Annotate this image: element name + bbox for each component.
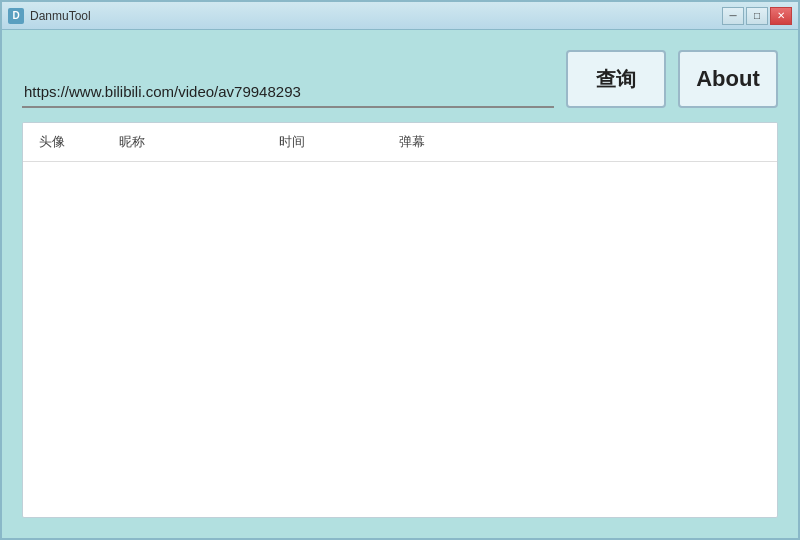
col-danmu: 弹幕 bbox=[399, 133, 761, 151]
table-header: 头像 昵称 时间 弹幕 bbox=[23, 123, 777, 162]
content-area: 查询 About 头像 昵称 时间 弹幕 bbox=[2, 30, 798, 538]
minimize-button[interactable]: ─ bbox=[722, 7, 744, 25]
col-avatar: 头像 bbox=[39, 133, 119, 151]
main-window: D DanmuTool ─ □ ✕ 查询 About 头像 昵称 时间 弹幕 bbox=[0, 0, 800, 540]
maximize-button[interactable]: □ bbox=[746, 7, 768, 25]
titlebar-buttons: ─ □ ✕ bbox=[722, 7, 792, 25]
results-table: 头像 昵称 时间 弹幕 bbox=[22, 122, 778, 518]
url-input[interactable] bbox=[22, 77, 554, 108]
app-icon: D bbox=[8, 8, 24, 24]
titlebar: D DanmuTool ─ □ ✕ bbox=[2, 2, 798, 30]
col-time: 时间 bbox=[279, 133, 399, 151]
about-button[interactable]: About bbox=[678, 50, 778, 108]
close-button[interactable]: ✕ bbox=[770, 7, 792, 25]
table-body bbox=[23, 162, 777, 516]
col-nickname: 昵称 bbox=[119, 133, 279, 151]
query-button[interactable]: 查询 bbox=[566, 50, 666, 108]
top-row: 查询 About bbox=[22, 50, 778, 108]
window-title: DanmuTool bbox=[30, 9, 722, 23]
